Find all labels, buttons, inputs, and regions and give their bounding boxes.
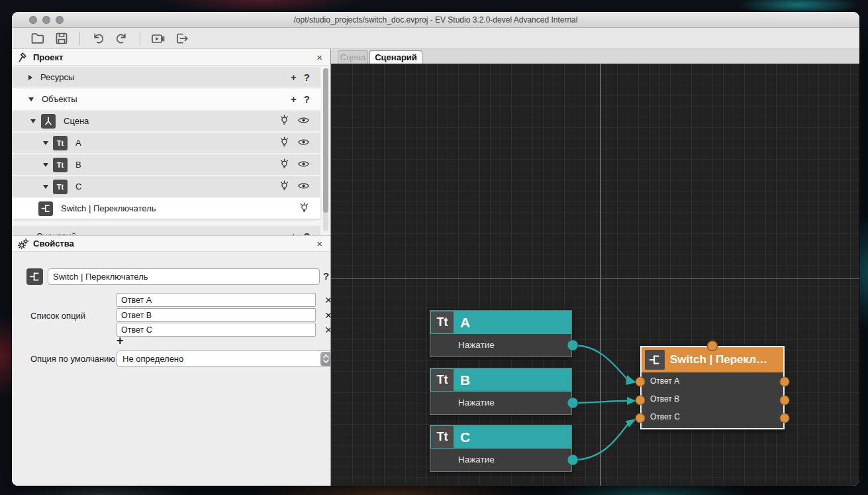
node-a[interactable]: Tt A Нажатие	[430, 310, 572, 357]
default-option-label: Опция по умолчанию	[30, 354, 115, 364]
wire-arrow-icon	[627, 397, 636, 405]
tree-item-b[interactable]: Tt B	[12, 154, 320, 175]
switch-row-b: Ответ B	[642, 390, 783, 408]
text-object-icon: Tt	[53, 158, 68, 172]
undo-button[interactable]	[89, 30, 107, 47]
text-object-icon: Tt	[431, 311, 454, 333]
tree-item-label: A	[75, 138, 279, 148]
bulb-icon[interactable]	[279, 136, 290, 150]
toolbar-separator	[140, 32, 140, 45]
add-resource-button[interactable]: +	[291, 72, 297, 82]
tree-item-label: Switch | Переключатель	[61, 203, 299, 213]
default-option-select[interactable]: Не определено	[117, 351, 333, 367]
chevron-right-icon[interactable]	[28, 75, 32, 80]
project-panel-close-button[interactable]: ×	[316, 52, 322, 62]
window-titlebar: /opt/studio_projects/switch_doc.evproj -…	[12, 12, 859, 28]
object-name-input[interactable]	[48, 268, 320, 285]
add-object-button[interactable]: +	[291, 94, 297, 104]
switch-icon	[645, 350, 665, 370]
eye-icon[interactable]	[297, 137, 310, 149]
run-preview-button[interactable]	[150, 30, 167, 47]
tree-item-switch[interactable]: Switch | Переключатель	[12, 198, 320, 219]
node-title: C	[454, 425, 470, 449]
project-panel-title: Проект	[33, 52, 316, 62]
desktop-background: { "window": { "title": "/opt/studio_proj…	[0, 0, 868, 495]
node-title: A	[454, 311, 470, 334]
tree-item-scene[interactable]: Сцена	[12, 111, 320, 131]
redo-button[interactable]	[113, 30, 130, 47]
project-tree: Ресурсы + ? Объекты + ?	[12, 66, 330, 235]
tree-section-scenario-partial[interactable]: Сценарий + ?	[12, 226, 320, 235]
selected-value: Не определено	[122, 354, 320, 364]
option-b-input[interactable]	[117, 308, 316, 322]
eye-icon[interactable]	[297, 181, 310, 193]
project-tree-scrollbar	[323, 68, 328, 231]
window-title: /opt/studio_projects/switch_doc.evproj -…	[12, 12, 859, 28]
option-a-input[interactable]	[117, 293, 316, 307]
tree-item-label: B	[75, 160, 279, 170]
export-icon	[174, 31, 190, 46]
tab-scene[interactable]: Сцена	[338, 50, 368, 64]
switch-row-a: Ответ A	[642, 372, 783, 390]
bulb-icon[interactable]	[279, 158, 290, 172]
toolbar	[12, 28, 859, 49]
editor-column: Сцена Сценарий Tt A Нажатие Tt	[330, 49, 859, 486]
tree-item-label: Сцена	[64, 116, 279, 126]
save-button[interactable]	[53, 30, 70, 47]
node-switch[interactable]: Switch | Перекл… Ответ A Ответ B Ответ C	[640, 346, 785, 429]
scrollbar-thumb[interactable]	[323, 68, 328, 213]
properties-help-button[interactable]: ?	[323, 270, 329, 282]
redo-icon	[115, 31, 129, 46]
node-output-row: Нажатие	[430, 449, 571, 471]
wire-arrow-icon	[626, 419, 636, 427]
node-graph-canvas[interactable]: Tt A Нажатие Tt B Нажатие Tt C	[331, 64, 859, 486]
wire-arrow-icon	[626, 375, 636, 385]
objects-help-button[interactable]: ?	[304, 94, 310, 104]
properties-content: ? Список опций × × × + Опция по умолчани…	[12, 252, 330, 486]
node-c[interactable]: Tt C Нажатие	[430, 425, 572, 472]
eye-icon[interactable]	[297, 115, 310, 127]
text-object-icon: Tt	[53, 136, 68, 150]
editor-tabbar: Сцена Сценарий	[331, 49, 859, 64]
eye-icon[interactable]	[297, 159, 310, 171]
save-icon	[54, 31, 69, 46]
chevron-down-icon[interactable]	[43, 163, 48, 167]
bulb-icon[interactable]	[279, 180, 290, 194]
export-button[interactable]	[173, 30, 191, 47]
undo-icon	[91, 31, 105, 46]
tree-section-resources[interactable]: Ресурсы + ?	[12, 67, 320, 87]
tab-scenario[interactable]: Сценарий	[369, 50, 422, 64]
add-option-button[interactable]: +	[117, 335, 128, 347]
tree-item-c[interactable]: Tt C	[12, 176, 320, 197]
chevron-down-icon[interactable]	[43, 141, 48, 145]
node-b-header: Tt B	[430, 368, 571, 392]
video-play-icon	[150, 31, 166, 46]
text-object-icon: Tt	[431, 369, 454, 391]
wire-c-to-switch	[573, 423, 628, 460]
properties-panel-close-button[interactable]: ×	[316, 239, 322, 248]
chevron-down-icon[interactable]	[28, 97, 34, 101]
option-c-input[interactable]	[117, 323, 316, 337]
node-b[interactable]: Tt B Нажатие	[430, 368, 572, 415]
bulb-icon[interactable]	[279, 114, 290, 129]
node-output-row: Нажатие	[430, 334, 571, 357]
node-c-header: Tt C	[430, 425, 571, 449]
tree-section-objects[interactable]: Объекты + ?	[12, 89, 320, 109]
bulb-icon[interactable]	[299, 201, 310, 216]
properties-panel-title: Свойства	[33, 239, 316, 248]
node-output-row: Нажатие	[430, 392, 571, 414]
tree-item-label: C	[75, 182, 279, 192]
chevron-down-icon[interactable]	[30, 119, 36, 123]
node-title: B	[454, 368, 470, 392]
project-panel-header: Проект ×	[12, 49, 330, 66]
node-a-header: Tt A	[430, 311, 571, 334]
hammer-icon	[17, 51, 29, 63]
tree-item-a[interactable]: Tt A	[12, 133, 320, 153]
properties-panel-header: Свойства ×	[12, 235, 330, 252]
open-project-button[interactable]	[29, 30, 46, 47]
section-label: Объекты	[42, 94, 291, 104]
chevron-down-icon[interactable]	[43, 185, 48, 189]
toolbar-separator	[79, 32, 80, 45]
switch-icon	[26, 268, 43, 285]
resources-help-button[interactable]: ?	[304, 72, 310, 82]
